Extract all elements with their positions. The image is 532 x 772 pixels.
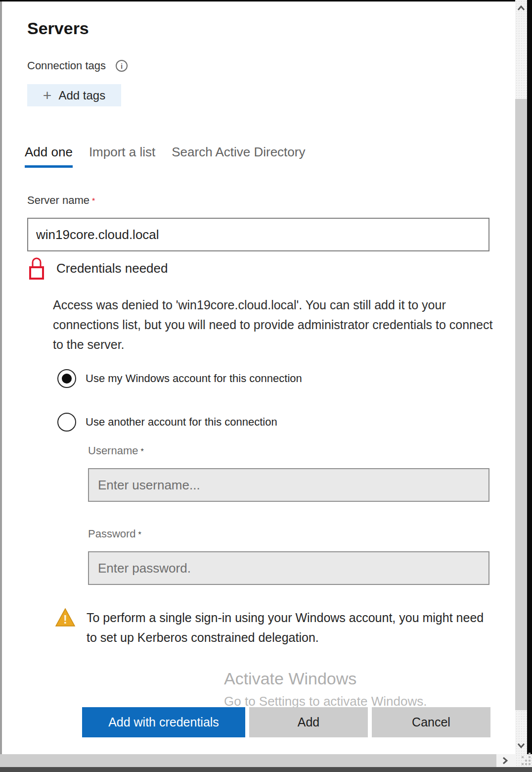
page-title: Servers	[27, 19, 89, 38]
add-button[interactable]: Add	[249, 707, 368, 737]
access-denied-message: Access was denied to 'win19core.cloud.lo…	[53, 295, 493, 354]
radio-button-unselected[interactable]	[57, 413, 76, 432]
scroll-right-icon[interactable]	[502, 757, 508, 767]
add-tags-label: Add tags	[58, 89, 105, 102]
scroll-up-icon[interactable]	[517, 4, 525, 13]
scroll-down-icon[interactable]	[517, 741, 525, 750]
server-name-label: Server name	[27, 194, 89, 206]
lock-icon	[27, 256, 45, 280]
username-label-row: Username*	[88, 444, 144, 457]
add-server-panel: Servers Connection tags i + Add tags Add…	[0, 0, 532, 772]
add-with-credentials-button[interactable]: Add with credentials	[82, 707, 245, 737]
info-icon[interactable]: i	[116, 60, 128, 72]
kerberos-warning-text: To perform a single sign-in using your W…	[87, 608, 492, 647]
resize-grip-icon[interactable]	[522, 756, 524, 758]
plus-icon: +	[43, 88, 52, 103]
radio-other-account[interactable]: Use another account for this connection	[57, 413, 277, 432]
required-asterisk: *	[140, 447, 143, 456]
cancel-button[interactable]: Cancel	[372, 707, 490, 737]
connection-tags-label: Connection tags	[27, 59, 106, 72]
bottom-edge-band	[0, 767, 532, 772]
password-label-row: Password*	[88, 528, 141, 540]
footer-button-row: Add with credentials Add Cancel	[82, 707, 490, 737]
activate-windows-watermark: Activate Windows	[224, 669, 356, 688]
credentials-needed-row: Credentials needed	[27, 256, 168, 280]
username-label: Username	[88, 444, 138, 457]
radio-windows-account-label: Use my Windows account for this connecti…	[86, 372, 302, 385]
server-name-label-row: Server name*	[27, 194, 95, 207]
credentials-needed-label: Credentials needed	[56, 261, 168, 276]
right-edge-strip	[527, 0, 532, 754]
svg-text:!: !	[63, 613, 67, 626]
horizontal-scrollbar-thumb[interactable]	[0, 754, 496, 767]
radio-other-account-label: Use another account for this connection	[86, 416, 277, 429]
tab-bar: Add one Import a list Search Active Dire…	[25, 145, 305, 168]
connection-tags-row: Connection tags i	[27, 59, 128, 72]
radio-windows-account[interactable]: Use my Windows account for this connecti…	[57, 369, 302, 388]
username-field[interactable]	[88, 468, 489, 502]
kerberos-warning: ! To perform a single sign-in using your…	[55, 608, 492, 647]
tab-search-active-directory[interactable]: Search Active Directory	[172, 145, 305, 168]
required-asterisk: *	[92, 197, 95, 205]
top-border	[0, 0, 515, 1]
vertical-scrollbar-thumb[interactable]	[515, 99, 527, 710]
password-field[interactable]	[88, 551, 489, 585]
add-tags-button[interactable]: + Add tags	[27, 84, 121, 106]
left-edge-strip	[0, 1, 2, 754]
server-name-input[interactable]	[27, 218, 489, 251]
required-asterisk: *	[138, 531, 141, 539]
password-label: Password	[88, 528, 136, 540]
radio-button-selected[interactable]	[57, 369, 76, 388]
scrollbar-corner	[515, 754, 532, 767]
warning-icon: !	[55, 608, 76, 627]
tab-add-one[interactable]: Add one	[25, 145, 73, 168]
tab-import-a-list[interactable]: Import a list	[89, 145, 155, 168]
